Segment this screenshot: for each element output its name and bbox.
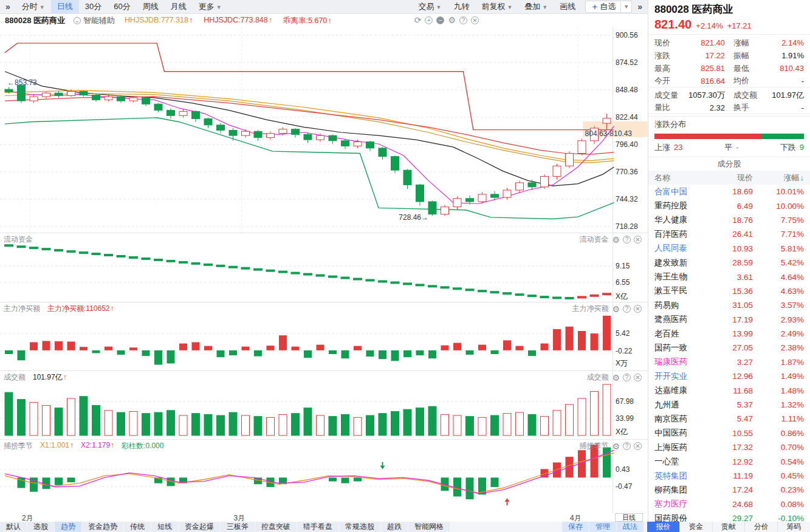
table-row[interactable]: 百洋医药26.417.71% [648, 227, 810, 241]
strategy-button[interactable]: 猎手看盘 [297, 522, 338, 532]
season-pane[interactable]: 0.43-0.47 捕捞季节X1:1.001↑X2:1.179↑彩柱数:0.00… [0, 439, 648, 513]
smart-assist-toggle[interactable]: ⌄智能辅助 [74, 15, 115, 26]
pane-action-icons: ⚙?✕ [612, 442, 642, 451]
close-icon[interactable]: ✕ [634, 373, 642, 381]
tab-period[interactable]: 更多▼ [193, 0, 228, 14]
watchlist-caret[interactable]: ▼ [621, 1, 632, 13]
collapse-left-icon[interactable]: » [0, 2, 16, 12]
strategy-button[interactable]: 趋势 [55, 522, 81, 532]
help-icon[interactable]: ? [459, 16, 467, 24]
strategy-button[interactable]: 超跌 [381, 522, 408, 532]
zoom-in-icon[interactable]: + [425, 16, 433, 24]
table-row[interactable]: 九州通5.371.32% [648, 398, 810, 412]
strategy-button[interactable]: 常规选股 [339, 522, 380, 532]
pane-label-right: 流动资金 [579, 234, 608, 245]
tool-button[interactable]: 交易▼ [413, 0, 448, 14]
table-row[interactable]: 海王生物3.614.64% [648, 270, 810, 284]
table-row[interactable]: 一心堂12.920.54% [648, 454, 810, 468]
close-icon[interactable]: ✕ [634, 442, 642, 450]
tool-button[interactable]: 前复权▼ [475, 0, 518, 14]
table-row[interactable]: 药易购31.053.57% [648, 298, 810, 312]
main-chart-pane[interactable]: 900.56874.52848.48822.44796.40770.36744.… [0, 27, 648, 233]
settings-icon[interactable]: ⚙ [612, 236, 620, 244]
close-icon[interactable]: ✕ [634, 305, 642, 313]
table-row[interactable]: 瑞康医药3.271.87% [648, 355, 810, 369]
table-row[interactable]: 国药一致27.052.38% [648, 341, 810, 355]
manage-button[interactable]: 管理 [589, 522, 616, 532]
tab-period[interactable]: 周线 [137, 0, 165, 13]
help-icon[interactable]: ? [623, 442, 631, 450]
expand-right-icon[interactable]: » [632, 2, 648, 12]
settings-icon[interactable]: ⚙ [448, 16, 456, 24]
down-count: 9 [800, 143, 804, 152]
table-row[interactable]: 鹭燕医药17.192.93% [648, 313, 810, 327]
help-icon[interactable]: ? [623, 236, 631, 244]
table-row[interactable]: 人民同泰10.935.81% [648, 242, 810, 256]
close-icon[interactable]: ✕ [471, 16, 479, 24]
table-row[interactable]: 柳药集团17.240.23% [648, 483, 810, 497]
panel-tab[interactable]: 资金 [679, 522, 712, 532]
tab-period[interactable]: 60分 [108, 0, 136, 13]
table-row[interactable]: 中国医药10.550.86% [648, 426, 810, 440]
chart-info-row: 880028 医药商业 ⌄智能辅助 HHJSJDB:777.318↑HHJSJD… [0, 14, 648, 27]
panel-tab[interactable]: 筹码 [777, 522, 810, 532]
table-row[interactable]: 上海医药17.320.70% [648, 440, 810, 454]
table-row[interactable]: 漱玉平民15.364.63% [648, 284, 810, 298]
table-row[interactable]: 国药股份29.27-0.10% [648, 511, 810, 522]
table-row[interactable]: 英特集团11.190.45% [648, 469, 810, 483]
strategy-button[interactable]: 控盘突破 [255, 522, 297, 532]
panel-tab[interactable]: 报价 [647, 522, 679, 532]
strategy-button[interactable]: 默认 [0, 522, 27, 532]
table-row[interactable]: 合富中国18.6910.01% [648, 185, 810, 199]
strategy-button[interactable]: 资金起爆 [179, 522, 220, 532]
period-indicator[interactable]: 日线 [615, 513, 643, 522]
indicator-value: X1:1.001↑ [40, 441, 74, 451]
turnover-pane[interactable]: 67.9833.99X亿 成交额101.97亿↑ 成交额⚙?✕ [0, 370, 648, 439]
col-change-sort[interactable]: 涨幅↓ [753, 171, 804, 185]
tab-period[interactable]: 分时▼ [16, 0, 51, 14]
table-row[interactable]: 建发致新28.595.42% [648, 256, 810, 270]
add-watchlist-button[interactable]: ＋自选 [585, 1, 621, 13]
svg-text:728.46→: 728.46→ [399, 213, 428, 222]
xaxis-row: 2月3月4月 [0, 513, 648, 522]
tab-period[interactable]: 30分 [79, 0, 108, 13]
candlestick-chart[interactable]: 900.56874.52848.48822.44796.40770.36744.… [0, 27, 648, 233]
table-row[interactable]: 重药控股6.4910.00% [648, 199, 810, 213]
liquidity-pane[interactable]: 9.156.55X亿 流动资金 流动资金⚙?✕ [0, 233, 648, 302]
tool-button[interactable]: 叠加▼ [518, 0, 554, 14]
table-row[interactable]: 华人健康18.767.75% [648, 213, 810, 227]
panel-tab[interactable]: 分价 [744, 522, 777, 532]
table-row[interactable]: 塞力医疗24.680.08% [648, 497, 810, 511]
strategy-button[interactable]: 传统 [124, 522, 151, 532]
net-buy-pane[interactable]: 5.42-0.22X万 主力净买额主力净买额:110652↑ 主力净买额⚙?✕ [0, 302, 648, 370]
tool-button[interactable]: 九转 [447, 0, 475, 13]
tab-period[interactable]: 日线 [51, 0, 79, 13]
strategy-button[interactable]: 选股 [27, 522, 54, 532]
close-icon[interactable]: ✕ [634, 236, 642, 244]
strategy-button[interactable]: 资金趋势 [82, 522, 123, 532]
liquidity-chart[interactable]: 9.156.55X亿 [0, 233, 648, 302]
strategy-button[interactable]: 短线 [151, 522, 178, 532]
tab-period[interactable]: 月线 [165, 0, 193, 13]
table-row[interactable]: 老百姓13.992.49% [648, 327, 810, 341]
tool-button[interactable]: 画线 [554, 0, 582, 13]
table-row[interactable]: 开开实业12.961.49% [648, 369, 810, 383]
strategy-button[interactable]: 三板斧 [221, 522, 255, 532]
panel-tab[interactable]: 贡献 [712, 522, 745, 532]
turnover-chart[interactable]: 67.9833.99X亿 [0, 371, 648, 440]
manage-button[interactable]: 战法 [617, 522, 644, 532]
chart-tool-strip: 交易▼九转前复权▼叠加▼画线 [413, 0, 582, 14]
svg-text:718.28: 718.28 [616, 222, 638, 231]
help-icon[interactable]: ? [623, 373, 631, 381]
top-toolbar: » 分时▼日线30分60分周线月线更多▼ 交易▼九转前复权▼叠加▼画线 ＋自选 … [0, 0, 648, 14]
settings-icon[interactable]: ⚙ [612, 442, 620, 451]
zoom-out-icon[interactable]: − [436, 16, 444, 24]
help-icon[interactable]: ? [623, 305, 631, 313]
strategy-button[interactable]: 智能网格 [408, 522, 450, 532]
settings-icon[interactable]: ⚙ [612, 305, 620, 313]
table-row[interactable]: 南京医药5.471.11% [648, 412, 810, 426]
refresh-icon[interactable]: ⟳ [414, 16, 422, 24]
manage-button[interactable]: 保存 [562, 522, 589, 532]
settings-icon[interactable]: ⚙ [612, 373, 620, 382]
table-row[interactable]: 达嘉维康11.681.48% [648, 383, 810, 397]
